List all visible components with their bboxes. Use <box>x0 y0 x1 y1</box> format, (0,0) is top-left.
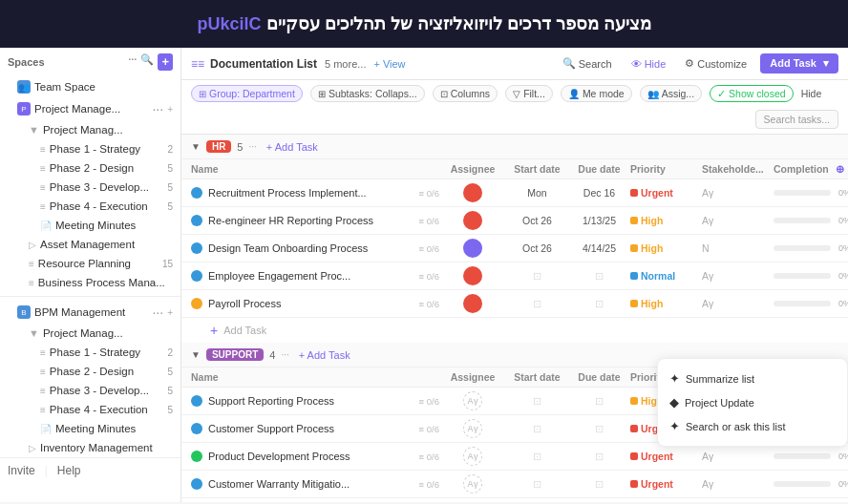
sidebar-item-phase3[interactable]: ≡ Phase 3 - Develop... 5 <box>0 178 180 197</box>
sidebar-item-business-process[interactable]: ≡ Business Process Mana... <box>0 273 180 292</box>
dots-icon[interactable]: ··· <box>128 53 137 71</box>
group-options-hr[interactable]: ··· <box>248 141 256 152</box>
sidebar-item-phase3-2[interactable]: ≡ Phase 3 - Develop... 5 <box>0 381 180 400</box>
sidebar-item-team-space[interactable]: 👥 Team Space <box>0 76 180 97</box>
assignees-filter[interactable]: 👥 Assig... <box>640 85 702 102</box>
table-row[interactable]: Payroll Process ≡ 0/6 ⊡ ⊡ High Aγ <box>181 290 848 318</box>
sidebar-item-inventory[interactable]: ▷ Inventory Management <box>0 438 180 457</box>
filter-chip[interactable]: ▽ Filt... <box>505 85 553 102</box>
right-panel-item[interactable]: ✦ Summarize list <box>658 367 847 390</box>
table-row[interactable]: Design Team Onboarding Process ≡ 0/6 Oct… <box>181 235 848 262</box>
hide-button[interactable]: 👁 Hide <box>625 55 672 73</box>
group-dept-filter[interactable]: ⊞ Group: Department <box>191 85 303 102</box>
task-priority: High <box>630 298 702 309</box>
sidebar-item-meeting-minutes-2[interactable]: 📄 Meeting Minutes <box>0 419 180 438</box>
add-space-icon[interactable]: + <box>158 53 173 71</box>
task-meta: ≡ 0/6 <box>419 243 439 254</box>
sidebar-item-project-manage-sub[interactable]: ▼ Project Manag... <box>0 120 180 139</box>
sidebar-header-icons[interactable]: ··· 🔍 + <box>128 53 173 71</box>
sidebar-item-resource-planning[interactable]: ≡ Resource Planning 15 <box>0 254 180 273</box>
phase3-label: Phase 3 - Develop... <box>50 181 164 193</box>
search-button[interactable]: 🔍 Search <box>557 54 618 73</box>
columns-filter[interactable]: ⊡ Columns <box>433 85 498 102</box>
table-row[interactable]: Employee Engagement Proc... ≡ 0/6 ⊡ ⊡ No… <box>181 262 848 290</box>
assignee-avatar <box>463 183 482 202</box>
hide-filter-btn[interactable]: Hide <box>801 88 822 99</box>
bpm-dots[interactable]: ··· <box>152 304 163 320</box>
progress-bar <box>774 190 831 196</box>
columns-label: Columns <box>451 88 490 99</box>
filter-bar: ⊞ Group: Department ⊞ Subtasks: Collaps.… <box>181 80 848 135</box>
sidebar-item-phase2[interactable]: ≡ Phase 2 - Design 5 <box>0 158 180 178</box>
table-row[interactable]: Customer Warranty Mitigatio... ≡ 0/6 Aγ … <box>181 471 848 498</box>
invite-label[interactable]: Invite <box>8 464 35 477</box>
group-chevron-support[interactable]: ▼ <box>191 349 201 360</box>
hide-label: Hide <box>645 58 667 70</box>
toolbar-more[interactable]: 5 more... <box>325 58 366 70</box>
sidebar-item-project-manage-2[interactable]: ▼ Project Manag... <box>0 324 180 343</box>
group-badge-hr: HR <box>206 140 231 153</box>
completion-add-hr[interactable]: ⊕ <box>836 163 844 175</box>
show-closed-button[interactable]: ✓ Show closed <box>710 85 794 102</box>
sidebar-item-meeting-minutes[interactable]: 📄 Meeting Minutes <box>0 216 180 235</box>
task-icons: ≡ 0/6 <box>419 424 439 434</box>
panel-item-icon: ✦ <box>669 371 680 386</box>
add-task-dropdown-icon[interactable]: ▾ <box>823 57 829 69</box>
add-task-row-hr[interactable]: +Add Task <box>181 318 848 343</box>
assignee-avatar: Aγ <box>463 391 482 410</box>
add-task-label: Add Task <box>770 57 816 69</box>
sidebar-item-project-manage-1[interactable]: P Project Manage... ··· + <box>0 97 180 120</box>
search-tasks-input[interactable]: Search tasks... <box>755 110 838 129</box>
toolbar-list-title: Documentation List <box>210 57 317 71</box>
sidebar-item-phase4[interactable]: ≡ Phase 4 - Execution 5 <box>0 197 180 216</box>
add-task-button[interactable]: Add Task ▾ <box>760 53 838 74</box>
table-row[interactable]: Product Development Process ≡ 0/6 Aγ ⊡ ⊡… <box>181 443 848 471</box>
project-dots[interactable]: ··· <box>152 101 163 116</box>
sidebar-item-asset-management[interactable]: ▷ Asset Management <box>0 235 180 254</box>
group-add-task-hr[interactable]: + Add Task <box>266 141 318 153</box>
task-start: ⊡ <box>506 298 568 310</box>
right-panel-item[interactable]: ◆ Project Update <box>658 390 847 414</box>
sidebar-item-phase4-2[interactable]: ≡ Phase 4 - Execution 5 <box>0 400 180 419</box>
task-name-cell: Re-engineer HR Reporting Process ≡ 0/6 <box>191 215 439 226</box>
priority-badge: High <box>630 215 702 226</box>
customize-button[interactable]: ⚙ Customize <box>679 54 753 73</box>
table-row[interactable]: Re-engineer HR Reporting Process ≡ 0/6 O… <box>181 207 848 235</box>
task-start: Oct 26 <box>506 215 568 226</box>
toolbar-view[interactable]: + View <box>373 58 405 70</box>
add-task-row-support[interactable]: +Add Task <box>181 498 848 502</box>
task-completion: 0% <box>774 452 848 461</box>
help-label[interactable]: Help <box>57 464 81 477</box>
inventory-label: Inventory Management <box>40 442 173 453</box>
task-icons: ≡ 0/6 <box>419 216 439 226</box>
assignee-avatar <box>463 239 482 258</box>
progress-label: 0% <box>838 299 848 308</box>
priority-label: High <box>641 298 663 309</box>
task-name: Product Development Process <box>208 451 415 462</box>
me-mode-filter[interactable]: 👤 Me mode <box>561 85 632 102</box>
task-priority: Urgent <box>630 187 702 199</box>
group-header-hr[interactable]: ▼ HR 5 ··· + Add Task <box>181 135 848 159</box>
add-task-plus-hr[interactable]: + <box>210 323 218 338</box>
group-chevron-hr[interactable]: ▼ <box>191 141 201 152</box>
table-header-hr: Name Assignee Start date Due date Priori… <box>181 159 848 179</box>
right-panel-item[interactable]: ✦ Search or ask this list <box>658 414 847 438</box>
progress-label: 0% <box>838 188 848 198</box>
subtasks-filter[interactable]: ⊞ Subtasks: Collaps... <box>310 85 425 102</box>
sidebar-item-phase2-2[interactable]: ≡ Phase 2 - Design 5 <box>0 362 180 381</box>
sidebar-bottom[interactable]: Invite | Help <box>0 457 180 483</box>
task-meta: ≡ 0/6 <box>419 479 439 490</box>
subtasks-label: Subtasks: Collaps... <box>329 88 417 99</box>
sidebar-item-bpm[interactable]: B BPM Management ··· + <box>0 301 180 324</box>
table-row[interactable]: Recruitment Process Implement... ≡ 0/6 M… <box>181 179 848 207</box>
progress-bar <box>774 453 831 459</box>
group-add-task-support[interactable]: + Add Task <box>299 349 350 361</box>
filter-icon: ▽ <box>513 89 520 99</box>
sidebar-item-phase1[interactable]: ≡ Phase 1 - Strategy 2 <box>0 139 180 158</box>
task-completion: 0% <box>774 216 848 225</box>
task-due: Dec 16 <box>568 187 630 199</box>
sidebar-item-phase1-2[interactable]: ≡ Phase 1 - Strategy 2 <box>0 343 180 362</box>
group-options-support[interactable]: ··· <box>281 349 288 360</box>
meeting-minutes-2-label: Meeting Minutes <box>55 423 173 434</box>
search-icon[interactable]: 🔍 <box>140 53 154 71</box>
